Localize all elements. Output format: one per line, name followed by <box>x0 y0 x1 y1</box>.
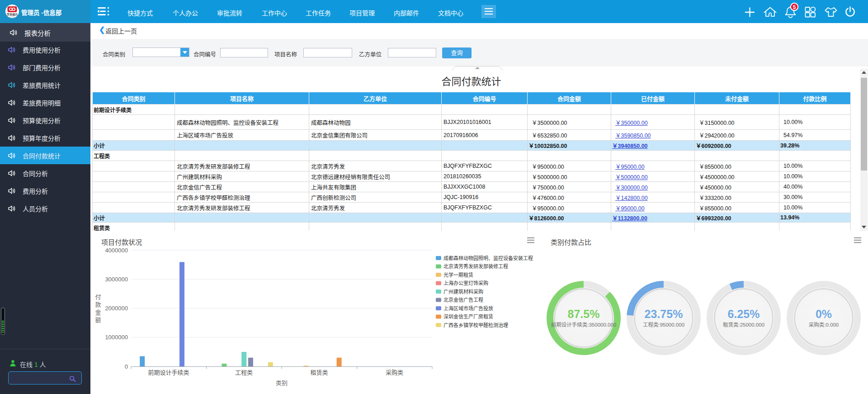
svg-text:0%: 0% <box>816 308 832 320</box>
svg-text:金: 金 <box>95 309 101 316</box>
svg-text:项目付款状况: 项目付款状况 <box>101 238 142 246</box>
svg-text:4000000: 4000000 <box>105 247 128 254</box>
svg-text:北京清芳秀发研发部装修工程: 北京清芳秀发研发部装修工程 <box>443 263 508 269</box>
svg-text:23.75%: 23.75% <box>645 308 683 320</box>
svg-text:租赁类:25000.000: 租赁类:25000.000 <box>723 322 764 328</box>
svg-text:87.5%: 87.5% <box>568 308 600 320</box>
svg-text:采购类: 采购类 <box>386 369 403 376</box>
svg-text:深圳金信生产厂房租赁: 深圳金信生产厂房租赁 <box>443 313 493 319</box>
svg-text:额: 额 <box>95 317 101 323</box>
svg-text:工程类: 工程类 <box>235 369 253 376</box>
svg-text:上海区域市场广告投放: 上海区域市场广告投放 <box>443 305 493 311</box>
svg-text:款: 款 <box>95 301 101 308</box>
svg-text:北京金信广告工程: 北京金信广告工程 <box>443 297 483 303</box>
svg-text:付: 付 <box>95 294 101 300</box>
svg-text:类别付款占比: 类别付款占比 <box>551 238 591 246</box>
svg-text:1000000: 1000000 <box>105 334 128 341</box>
svg-text:6.25%: 6.25% <box>728 308 760 320</box>
svg-text:上海办公室灯饰采购: 上海办公室灯饰采购 <box>443 280 488 286</box>
svg-text:广西各乡镇学校甲醛检测治理: 广西各乡镇学校甲醛检测治理 <box>443 322 508 328</box>
svg-text:工程类:95000.000: 工程类:95000.000 <box>643 322 684 328</box>
svg-text:采购类:0.000: 采购类:0.000 <box>809 322 839 328</box>
svg-text:光学一期租赁: 光学一期租赁 <box>443 272 473 278</box>
svg-text:前期设计手续类:350000.000: 前期设计手续类:350000.000 <box>551 322 616 328</box>
svg-text:5: 5 <box>793 4 796 10</box>
svg-text:2000000: 2000000 <box>105 305 128 312</box>
svg-text:0: 0 <box>125 363 128 370</box>
svg-text:3000000: 3000000 <box>105 276 128 283</box>
svg-text:成都森林动物园照明、监控设备安装工程: 成都森林动物园照明、监控设备安装工程 <box>443 255 533 261</box>
svg-text:租赁类: 租赁类 <box>310 369 328 376</box>
svg-text:广州建筑材料采购: 广州建筑材料采购 <box>443 289 483 294</box>
svg-text:前期设计手续类: 前期设计手续类 <box>148 369 189 376</box>
svg-text:类别: 类别 <box>276 380 288 386</box>
svg-text:PONY: PONY <box>9 16 15 18</box>
